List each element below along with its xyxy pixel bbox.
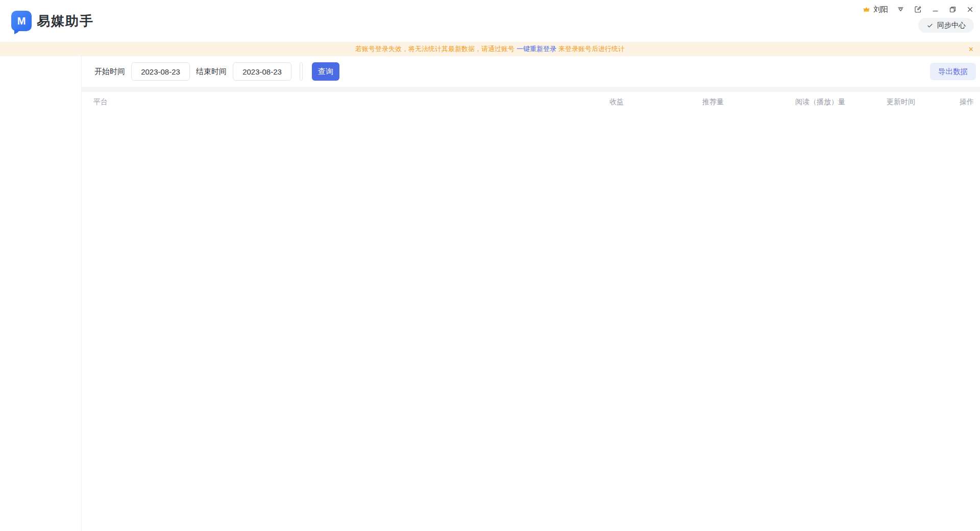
col-revenue: 收益 <box>609 98 702 107</box>
close-button[interactable] <box>965 4 975 14</box>
app-logo-icon: M <box>11 11 32 31</box>
platform-table: 平台 收益 推荐量 阅读（播放）量 更新时间 操作 <box>82 92 980 531</box>
sync-center-label: 同步中心 <box>937 21 966 30</box>
titlebar-right: 刘阳 同步中心 <box>862 0 980 42</box>
app-logo: M 易媒助手 <box>0 0 97 42</box>
start-date-input[interactable] <box>131 62 190 81</box>
col-updated: 更新时间 <box>887 98 959 107</box>
sync-center-button[interactable]: 同步中心 <box>918 18 974 33</box>
vip-crown-icon <box>862 5 871 14</box>
col-platform: 平台 <box>93 98 609 107</box>
end-time-label: 结束时间 <box>196 67 227 77</box>
filter-bar: 开始时间 结束时间 查询 导出数据 <box>82 56 980 87</box>
banner-text-before: 若账号登录失效，将无法统计其最新数据，请通过账号 <box>355 44 514 54</box>
start-time-label: 开始时间 <box>94 67 125 77</box>
relogin-link[interactable]: 一键重新登录 <box>517 44 556 54</box>
export-data-button[interactable]: 导出数据 <box>930 63 976 80</box>
minimize-button[interactable] <box>930 4 940 14</box>
restore-button[interactable] <box>947 4 958 14</box>
username: 刘阳 <box>873 5 888 14</box>
section-divider <box>82 87 980 92</box>
col-recommend: 推荐量 <box>702 98 795 107</box>
date-range-segments <box>300 62 303 81</box>
app-title: 易媒助手 <box>37 12 94 30</box>
titlebar: M 易媒助手 刘阳 同 <box>0 0 980 42</box>
sidebar <box>0 56 82 531</box>
banner-text-after: 来登录账号后进行统计 <box>558 44 625 54</box>
end-date-input[interactable] <box>233 62 291 81</box>
content: 开始时间 结束时间 查询 导出数据 平台 收益 推荐量 阅读（播放）量 更新时间… <box>82 56 980 531</box>
skin-filter-icon[interactable] <box>895 4 905 14</box>
col-reads: 阅读（播放）量 <box>795 98 887 107</box>
window-controls: 刘阳 <box>862 4 975 14</box>
query-button[interactable]: 查询 <box>312 62 339 81</box>
user-chip[interactable]: 刘阳 <box>862 5 888 14</box>
check-icon <box>926 22 934 29</box>
banner-close-icon[interactable]: ✕ <box>968 42 974 56</box>
feedback-edit-icon[interactable] <box>913 4 923 14</box>
login-warning-banner: 若账号登录失效，将无法统计其最新数据，请通过账号 一键重新登录 来登录账号后进行… <box>0 42 980 56</box>
table-header: 平台 收益 推荐量 阅读（播放）量 更新时间 操作 <box>93 92 974 112</box>
col-action: 操作 <box>959 98 974 107</box>
